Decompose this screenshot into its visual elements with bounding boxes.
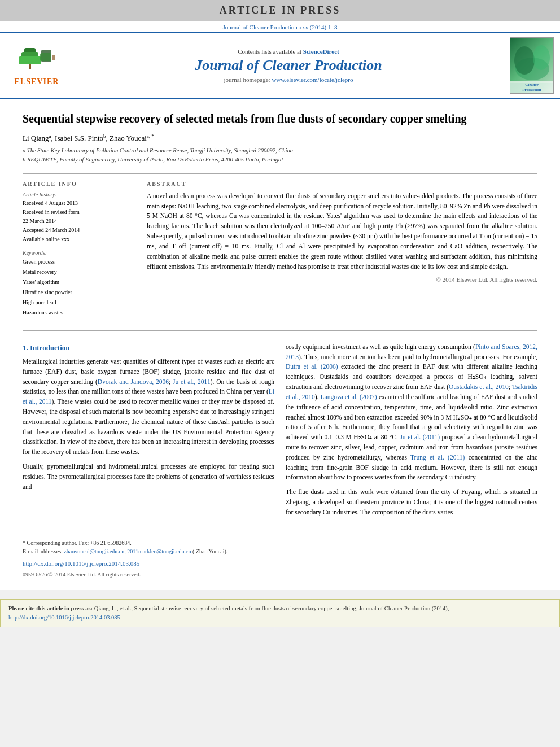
journal-cover-image: CleanerProduction bbox=[510, 37, 554, 94]
right-para-1: costly equipment investment as well as q… bbox=[286, 342, 537, 483]
ref-pinto-soares[interactable]: Pinto and Soares, 2012, 2013 bbox=[286, 343, 537, 360]
article-in-press-banner: ARTICLE IN PRESS bbox=[0, 0, 560, 21]
keyword-5: High pure lead bbox=[23, 298, 127, 308]
ref-ju-2011b[interactable]: Ju et al. (2011) bbox=[400, 434, 440, 440]
journal-title: Journal of Cleaner Production bbox=[73, 57, 504, 74]
citation-bar: Please cite this article in press as: Qi… bbox=[0, 599, 560, 627]
author-li-qiang: Li Qiang bbox=[23, 134, 49, 142]
svg-rect-2 bbox=[19, 56, 41, 64]
svg-point-9 bbox=[514, 46, 535, 75]
email-label: E-mail addresses: bbox=[23, 548, 63, 554]
right-para-2: The flue dusts used in this work were ob… bbox=[286, 487, 537, 517]
abstract-column: ABSTRACT A novel and clean process was d… bbox=[147, 181, 537, 324]
footnote-emails: E-mail addresses: zhaoyoucai@tongji.edu.… bbox=[23, 547, 537, 556]
revised-label: Received in revised form bbox=[23, 208, 127, 217]
ref-dvorak[interactable]: Dvorak and Jandova, 2006 bbox=[98, 378, 169, 385]
ref-ju-2011[interactable]: Ju et al., 2011 bbox=[173, 378, 211, 385]
journal-header: ELSEVIER Contents lists available at Sci… bbox=[0, 32, 560, 99]
doi-link[interactable]: http://dx.doi.org/10.1016/j.jclepro.2014… bbox=[23, 559, 537, 569]
sciencedirect-prefix: Contents lists available at bbox=[238, 48, 303, 55]
email-suffix: ( Zhao Youcai). bbox=[193, 548, 228, 554]
journal-homepage: journal homepage: www.elsevier.com/locat… bbox=[73, 76, 504, 83]
ref-langova[interactable]: Langova et al. (2007) bbox=[321, 394, 377, 400]
intro-para-2: Usually, pyrometallurgical and hydrometa… bbox=[23, 462, 274, 492]
main-content: Sequential stepwise recovery of selected… bbox=[0, 99, 560, 590]
citation-doi-link[interactable]: http://dx.doi.org/10.1016/j.jclepro.2014… bbox=[8, 614, 120, 621]
ref-li-2011[interactable]: Li et al., 2011 bbox=[23, 388, 274, 405]
email1-link[interactable]: zhaoyoucai@tongji.edu.cn bbox=[64, 548, 124, 554]
journal-header-center: Contents lists available at ScienceDirec… bbox=[73, 48, 504, 83]
journal-thumbnail: CleanerProduction bbox=[509, 37, 554, 94]
footnote-corresponding: * Corresponding author. Fax: +86 21 6598… bbox=[23, 539, 537, 547]
cover-label: CleanerProduction bbox=[510, 81, 553, 93]
body-col-left: 1. Introduction Metallurgical industries… bbox=[23, 342, 274, 522]
sciencedirect-link[interactable]: ScienceDirect bbox=[303, 48, 339, 55]
authors: Li Qianga, Isabel S.S. Pintob, Zhao Youc… bbox=[23, 133, 537, 143]
svg-rect-6 bbox=[53, 55, 55, 60]
affiliation-b: b REQUIMTE, Faculty of Engineering, Univ… bbox=[23, 155, 537, 164]
received-date: Received 4 August 2013 bbox=[23, 199, 127, 208]
abstract-text: A novel and clean process was developed … bbox=[147, 191, 537, 272]
intro-para-1: Metallurgical industries generate vast q… bbox=[23, 357, 274, 457]
affiliations: a The State Key Laboratory of Pollution … bbox=[23, 146, 537, 164]
ref-trung[interactable]: Trung et al. (2011) bbox=[410, 454, 465, 461]
article-title: Sequential stepwise recovery of selected… bbox=[23, 111, 537, 126]
journal-ref-line: Journal of Cleaner Production xxx (2014)… bbox=[0, 21, 560, 32]
keywords-list: Green process Metal recovery Yates' algo… bbox=[23, 257, 127, 318]
ref-oustadakis-2010[interactable]: Oustadakis et al., 2010 bbox=[449, 383, 509, 390]
keywords-label: Keywords: bbox=[23, 250, 127, 256]
info-abstract-row: ARTICLE INFO Article history: Received 4… bbox=[23, 173, 537, 331]
sciencedirect-line: Contents lists available at ScienceDirec… bbox=[73, 48, 504, 55]
copyright-footer: 0959-6526/© 2014 Elsevier Ltd. All right… bbox=[23, 570, 537, 579]
svg-rect-5 bbox=[40, 53, 51, 61]
elsevier-text: ELSEVIER bbox=[15, 77, 59, 86]
elsevier-tree-icon bbox=[19, 45, 55, 76]
keyword-6: Hazardous wastes bbox=[23, 308, 127, 318]
history-label: Article history: bbox=[23, 191, 127, 198]
cover-image-svg bbox=[510, 38, 554, 83]
keyword-1: Green process bbox=[23, 257, 127, 267]
accepted-date: Accepted 24 March 2014 bbox=[23, 226, 127, 235]
homepage-url[interactable]: www.elsevier.com/locate/jclepro bbox=[272, 76, 353, 83]
online-date: Available online xxx bbox=[23, 235, 127, 244]
keyword-2: Metal recovery bbox=[23, 267, 127, 277]
svg-rect-3 bbox=[29, 64, 31, 69]
intro-heading: 1. Introduction bbox=[23, 342, 274, 353]
article-info-label: ARTICLE INFO bbox=[23, 181, 127, 187]
svg-point-10 bbox=[533, 45, 550, 70]
abstract-label: ABSTRACT bbox=[147, 181, 537, 187]
author-zhao: Zhao Youcai bbox=[110, 134, 147, 142]
article-info-column: ARTICLE INFO Article history: Received 4… bbox=[23, 181, 135, 324]
abstract-copyright: © 2014 Elsevier Ltd. All rights reserved… bbox=[147, 276, 537, 283]
keyword-3: Yates' algorithm bbox=[23, 277, 127, 287]
article-history-group: Article history: Received 4 August 2013 … bbox=[23, 191, 127, 244]
keywords-group: Keywords: Green process Metal recovery Y… bbox=[23, 250, 127, 318]
email2-link[interactable]: 2011marklee@tongji.edu.cn bbox=[127, 548, 191, 554]
body-columns: 1. Introduction Metallurgical industries… bbox=[23, 342, 537, 522]
homepage-prefix: journal homepage: bbox=[224, 76, 272, 83]
ref-dutra[interactable]: Dutra et al. (2006) bbox=[286, 363, 338, 370]
citation-label: Please cite this article in press as: bbox=[8, 605, 94, 611]
body-col-right: costly equipment investment as well as q… bbox=[286, 342, 537, 522]
revised-date: 22 March 2014 bbox=[23, 217, 127, 226]
affiliation-a: a The State Key Laboratory of Pollution … bbox=[23, 146, 537, 155]
footnotes-section: * Corresponding author. Fax: +86 21 6598… bbox=[23, 534, 537, 579]
author-isabel: Isabel S.S. Pinto bbox=[55, 134, 103, 142]
keyword-4: Ultrafine zinc powder bbox=[23, 287, 127, 298]
elsevier-logo: ELSEVIER bbox=[6, 45, 68, 86]
